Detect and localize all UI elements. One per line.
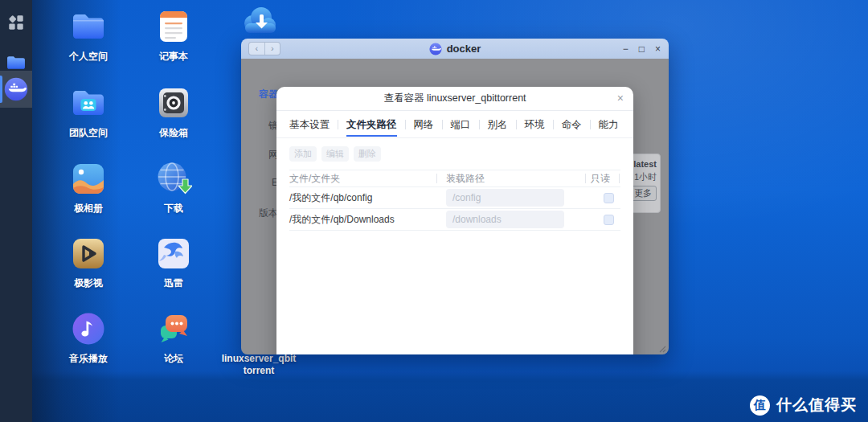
desktop-icon-thunder[interactable]: 迅雷 [138, 235, 209, 289]
edit-button[interactable]: 编辑 [321, 146, 349, 162]
dialog-close-icon[interactable]: × [617, 92, 624, 104]
folder-icon [6, 55, 26, 71]
sidebar-item-docker[interactable] [0, 71, 32, 108]
icon-label: 团队空间 [69, 127, 108, 139]
tab-alias[interactable]: 别名 [488, 112, 508, 137]
view-container-dialog: 查看容器 linuxserver_qbittorrent × 基本设置 文件夹路… [276, 87, 633, 354]
docker-window: ‹ › docker − □ × 容器 镜 网 [241, 39, 669, 354]
desktop-icon-cloud-download[interactable] [223, 2, 294, 39]
folder-path-table: 文件/文件夹 装载路径 只读 /我的文件/qb/config /我的文件/qb/… [289, 170, 620, 231]
window-title: docker [447, 43, 481, 55]
table-row[interactable]: /我的文件/qb/config [289, 187, 620, 209]
window-resize-grip[interactable] [659, 346, 666, 353]
tab-capabilities[interactable]: 能力 [599, 112, 619, 137]
desktop-icon-label-qbittorrent[interactable]: linuxserver_qbittorrent [220, 353, 297, 377]
maximize-button[interactable]: □ [639, 44, 645, 54]
version-age: 1小时 [634, 171, 657, 183]
smzdm-logo-icon: 值 [750, 395, 770, 416]
music-player-icon [70, 310, 107, 347]
bg-label-version: 版本 [246, 207, 278, 220]
tab-network[interactable]: 网络 [414, 112, 434, 137]
readonly-checkbox[interactable] [604, 193, 614, 203]
smzdm-watermark: 值 什么值得买 [750, 395, 857, 416]
mount-path-input[interactable] [446, 211, 564, 228]
version-tag: :latest [631, 159, 657, 169]
bg-label-network: 网 [246, 148, 278, 162]
desktop-icon-safe[interactable]: 保险箱 [138, 84, 209, 139]
icon-label: 保险箱 [159, 127, 188, 139]
delete-button[interactable]: 删除 [354, 146, 381, 162]
dialog-toolbar: 添加 编辑 删除 [276, 138, 633, 168]
tab-separator [590, 120, 591, 129]
column-header-readonly: 只读 [591, 172, 610, 186]
tab-ports[interactable]: 端口 [451, 112, 471, 137]
tab-folder-paths[interactable]: 文件夹路径 [346, 112, 397, 137]
forum-chat-icon [155, 310, 192, 347]
header-separator [585, 174, 586, 183]
icon-label: 音乐播放 [69, 353, 108, 365]
tab-separator [442, 120, 443, 129]
column-header-mount: 装载路径 [446, 172, 485, 186]
desktop-icon-forum[interactable]: 论坛 [138, 310, 209, 365]
bg-label-image: 镜 [246, 119, 278, 133]
download-globe-icon [155, 160, 192, 197]
folder-path-value: /我的文件/qb/config [289, 191, 446, 205]
readonly-checkbox[interactable] [604, 215, 614, 225]
window-body-dimmed: 容器 镜 网 E 版本 :latest 1小时 更多 查看容器 linuxser… [241, 59, 669, 354]
header-separator [436, 174, 437, 183]
icon-label: 个人空间 [69, 51, 108, 63]
notepad-icon [155, 8, 192, 45]
safe-icon [155, 84, 192, 121]
dock-sidebar [0, 0, 32, 422]
tab-command[interactable]: 命令 [562, 112, 582, 137]
desktop-icon-team-space[interactable]: 团队空间 [53, 84, 124, 139]
column-header-path: 文件/文件夹 [289, 172, 446, 186]
icon-label: 极影视 [74, 277, 103, 289]
tab-separator [405, 120, 406, 129]
personal-space-folder-icon [70, 8, 107, 45]
icon-label: 极相册 [74, 203, 103, 215]
icon-label: 下载 [164, 203, 183, 215]
bg-container-menu[interactable]: 容器 [246, 88, 278, 101]
photo-album-icon [70, 160, 107, 197]
table-row[interactable]: /我的文件/qb/Downloads [289, 209, 620, 231]
icon-label: 记事本 [159, 51, 188, 63]
dialog-title: 查看容器 linuxserver_qbittorrent [383, 92, 526, 105]
tab-separator [479, 120, 480, 129]
team-space-folder-icon [70, 84, 107, 121]
apps-grid-icon [7, 14, 25, 31]
minimize-button[interactable]: − [623, 44, 628, 54]
desktop-icon-personal-space[interactable]: 个人空间 [53, 8, 124, 63]
movies-icon [70, 235, 107, 272]
table-header: 文件/文件夹 装载路径 只读 [289, 170, 620, 187]
docker-whale-icon [4, 77, 28, 101]
docker-whale-icon [429, 43, 442, 55]
icon-label: 迅雷 [164, 277, 183, 289]
desktop-icon-photo-album[interactable]: 极相册 [53, 160, 124, 215]
header-separator [619, 174, 620, 183]
folder-path-value: /我的文件/qb/Downloads [289, 213, 446, 227]
tab-environment[interactable]: 环境 [525, 112, 545, 137]
watermark-text: 什么值得买 [776, 395, 857, 416]
desktop-icon-notepad[interactable]: 记事本 [138, 8, 209, 63]
desktop-icon-music-player[interactable]: 音乐播放 [53, 310, 124, 365]
tab-basic-settings[interactable]: 基本设置 [289, 112, 330, 137]
sidebar-item-apps[interactable] [0, 6, 32, 39]
cloud-download-icon [240, 2, 277, 39]
window-title-group: docker [241, 39, 669, 59]
dialog-tabs: 基本设置 文件夹路径 网络 端口 别名 环境 命令 能力 [276, 111, 633, 138]
more-button[interactable]: 更多 [629, 186, 657, 201]
add-button[interactable]: 添加 [289, 146, 317, 162]
window-titlebar[interactable]: ‹ › docker − □ × [241, 39, 669, 59]
tab-separator [338, 120, 338, 129]
close-button[interactable]: × [655, 44, 661, 54]
mount-path-input[interactable] [446, 189, 564, 207]
desktop-icon-download[interactable]: 下载 [138, 160, 209, 215]
desktop-icon-movies[interactable]: 极影视 [53, 235, 124, 289]
bg-label-entry: E [246, 177, 278, 188]
icon-label: 论坛 [164, 353, 183, 365]
thunder-bird-icon [155, 235, 192, 272]
tab-separator [516, 120, 517, 129]
tab-separator [553, 120, 554, 129]
